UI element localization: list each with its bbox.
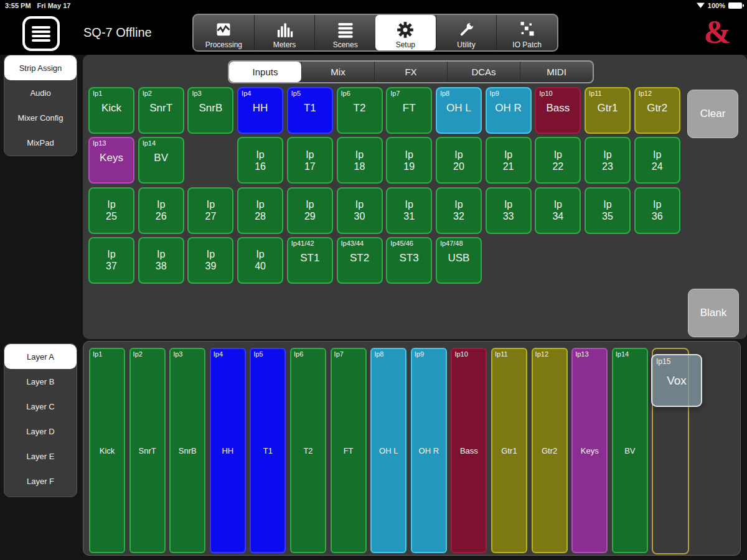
nav-tab-label: Setup	[396, 40, 415, 49]
channel-button-ip23[interactable]: Ip23	[585, 137, 631, 184]
channel-id: Ip4	[242, 90, 251, 97]
tab-inputs[interactable]: Inputs	[229, 62, 301, 82]
channel-button-ip21[interactable]: Ip21	[486, 137, 532, 184]
fader-strip-ip8[interactable]: Ip8OH L	[370, 348, 406, 553]
channel-button-ip16[interactable]: Ip16	[237, 137, 283, 184]
channel-button-ip1[interactable]: Ip1Kick	[88, 87, 134, 134]
channel-button-ip13[interactable]: Ip13Keys	[88, 137, 134, 184]
channel-button-ip19[interactable]: Ip19	[386, 137, 432, 184]
fader-strip-ip7[interactable]: Ip7FT	[331, 348, 367, 553]
nav-tab-scenes[interactable]: Scenes	[314, 15, 375, 50]
fader-strip-ip14[interactable]: Ip14BV	[612, 348, 648, 553]
fader-strip-ip9[interactable]: Ip9OH R	[411, 348, 447, 553]
channel-button-ip43-44[interactable]: Ip43/44ST2	[337, 237, 383, 284]
fader-strip-ip12[interactable]: Ip12Gtr2	[532, 348, 568, 553]
channel-label: Ip	[603, 149, 611, 161]
allen-heath-logo: &	[704, 12, 731, 53]
channel-button-ip8[interactable]: Ip8OH L	[436, 87, 482, 134]
sidebar-item-strip-assign[interactable]: Strip Assign	[4, 55, 77, 80]
channel-label: 18	[354, 161, 365, 172]
sidebar-item-audio[interactable]: Audio	[4, 80, 77, 105]
nav-tab-utility[interactable]: Utility	[436, 15, 497, 50]
channel-button-ip36[interactable]: Ip36	[634, 187, 680, 234]
fader-strip-ip10[interactable]: Ip10Bass	[451, 348, 487, 553]
channel-button-ip37[interactable]: Ip37	[88, 237, 134, 284]
channel-button-ip18[interactable]: Ip18	[337, 137, 383, 184]
fader-strip-ip13[interactable]: Ip13Keys	[571, 348, 608, 553]
nav-tab-processing[interactable]: Processing	[194, 15, 254, 50]
layer-button-layer-b[interactable]: Layer B	[4, 369, 77, 394]
strip-channel-name: Bass	[452, 446, 486, 455]
channel-button-ip11[interactable]: Ip11Gtr1	[585, 87, 631, 134]
channel-button-ip45-46[interactable]: Ip45/46ST3	[386, 237, 432, 284]
nav-tab-setup[interactable]: Setup	[375, 15, 436, 50]
channel-name: SnrB	[189, 102, 232, 114]
fader-strip-ip11[interactable]: Ip11Gtr1	[491, 348, 527, 553]
channel-button-ip38[interactable]: Ip38	[138, 237, 184, 284]
channel-button-ip32[interactable]: Ip32	[436, 187, 482, 234]
layer-button-layer-d[interactable]: Layer D	[4, 419, 77, 444]
fader-strip-ip4[interactable]: Ip4HH	[210, 348, 246, 553]
menu-button[interactable]	[22, 16, 60, 51]
channel-button-ip4[interactable]: Ip4HH	[237, 87, 283, 134]
channel-button-ip34[interactable]: Ip34	[535, 187, 581, 234]
blank-button[interactable]: Blank	[688, 289, 739, 337]
channel-button-ip20[interactable]: Ip20	[436, 137, 482, 184]
channel-button-ip26[interactable]: Ip26	[138, 187, 184, 234]
channel-button-ip41-42[interactable]: Ip41/42ST1	[287, 237, 333, 284]
channel-button-ip25[interactable]: Ip25	[88, 187, 134, 234]
channel-button-ip39[interactable]: Ip39	[187, 237, 233, 284]
fader-strip-ip5[interactable]: Ip5T1	[250, 348, 286, 553]
channel-button-ip24[interactable]: Ip24	[634, 137, 680, 184]
drag-ghost-tile[interactable]: Ip15 Vox	[651, 354, 702, 407]
sidebar-item-mixpad[interactable]: MixPad	[4, 130, 77, 155]
channel-button-ip27[interactable]: Ip27	[187, 187, 233, 234]
channel-button-ip7[interactable]: Ip7FT	[386, 87, 432, 134]
channel-label: 36	[652, 210, 663, 222]
nav-tab-io-patch[interactable]: IO Patch	[496, 15, 557, 50]
fader-strip-ip6[interactable]: Ip6T2	[290, 348, 326, 553]
layer-button-layer-c[interactable]: Layer C	[4, 394, 77, 419]
channel-name: Bass	[536, 102, 580, 114]
channel-button-ip17[interactable]: Ip17	[287, 137, 333, 184]
io-patch-icon	[519, 19, 536, 40]
channel-button-ip31[interactable]: Ip31	[386, 187, 432, 234]
tab-midi[interactable]: MIDI	[520, 62, 593, 82]
channel-button-ip28[interactable]: Ip28	[237, 187, 283, 234]
layer-button-layer-e[interactable]: Layer E	[4, 444, 77, 469]
channel-button-ip14[interactable]: Ip14BV	[138, 137, 184, 184]
tab-dcas[interactable]: DCAs	[447, 62, 520, 82]
channel-button-ip2[interactable]: Ip2SnrT	[138, 87, 184, 134]
channel-name: FT	[387, 102, 431, 114]
nav-tab-label: Meters	[273, 40, 296, 49]
channel-button-ip35[interactable]: Ip35	[585, 187, 631, 234]
clear-button[interactable]: Clear	[687, 90, 738, 138]
channel-button-ip3[interactable]: Ip3SnrB	[187, 87, 233, 134]
fader-strip-ip3[interactable]: Ip3SnrB	[169, 348, 205, 553]
channel-name: OH R	[487, 102, 530, 114]
channel-button-ip22[interactable]: Ip22	[535, 137, 581, 184]
nav-tab-meters[interactable]: Meters	[254, 15, 315, 50]
fader-strip-ip1[interactable]: Ip1Kick	[89, 348, 125, 553]
channel-button-ip10[interactable]: Ip10Bass	[535, 87, 581, 134]
layer-button-layer-f[interactable]: Layer F	[4, 469, 77, 493]
channel-button-ip40[interactable]: Ip40	[237, 237, 283, 284]
channel-button-ip33[interactable]: Ip33	[486, 187, 532, 234]
sidebar-item-mixer-config[interactable]: Mixer Config	[4, 105, 77, 130]
tab-mix[interactable]: Mix	[301, 62, 374, 82]
channel-button-ip30[interactable]: Ip30	[337, 187, 383, 234]
channel-button-ip6[interactable]: Ip6T2	[337, 87, 383, 134]
channel-label: Ip	[504, 198, 512, 210]
layer-button-layer-a[interactable]: Layer A	[4, 344, 77, 369]
channel-button-ip5[interactable]: Ip5T1	[287, 87, 333, 134]
channel-button-ip47-48[interactable]: Ip47/48USB	[436, 237, 482, 284]
fader-strip-ip2[interactable]: Ip2SnrT	[129, 348, 166, 553]
channel-button-ip29[interactable]: Ip29	[287, 187, 333, 234]
layer-sidebar: Layer ALayer BLayer CLayer DLayer ELayer…	[4, 343, 77, 497]
channel-button-ip9[interactable]: Ip9OH R	[486, 87, 532, 134]
tab-fx[interactable]: FX	[374, 62, 447, 82]
channel-label: Ip	[405, 198, 413, 210]
channel-button-ip12[interactable]: Ip12Gtr2	[634, 87, 680, 134]
channel-label: 17	[304, 161, 316, 172]
channel-name: OH L	[437, 102, 481, 114]
